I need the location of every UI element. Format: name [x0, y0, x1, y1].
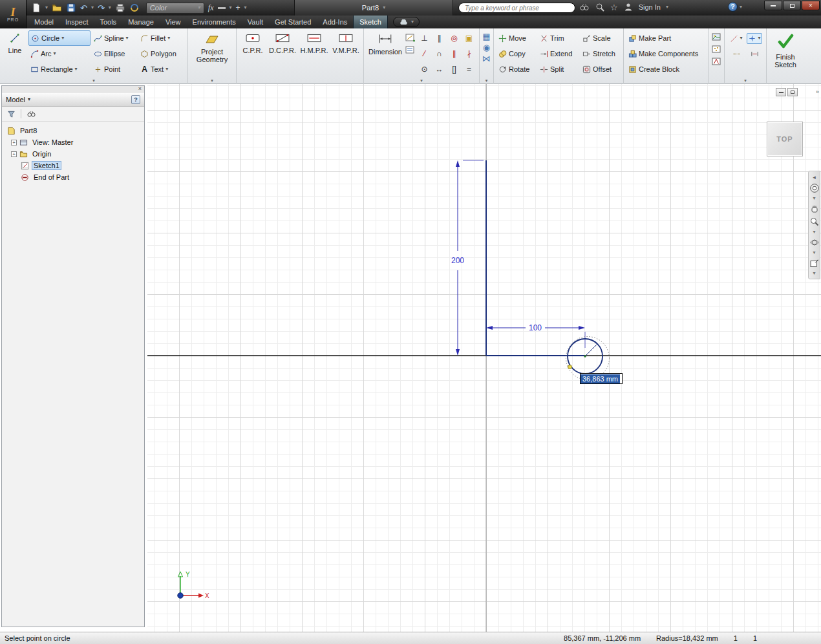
tab-model[interactable]: Model [28, 16, 59, 28]
line-tool[interactable]: Line [3, 30, 27, 54]
center-point-toggle[interactable]: ▾ [747, 33, 762, 44]
symmetric-constraint-icon[interactable]: [] [452, 65, 456, 74]
dropdown-icon[interactable]: ▾ [383, 5, 385, 10]
circle-center-point[interactable] [584, 355, 586, 358]
browser-help-icon[interactable]: ? [131, 95, 140, 104]
dropdown-icon[interactable]: ▾ [244, 5, 247, 10]
polygon-tool[interactable]: Polygon [138, 46, 185, 61]
project-geometry-button[interactable]: Project Geometry [191, 30, 233, 63]
tab-manage[interactable]: Manage [122, 16, 160, 28]
rectangle-tool[interactable]: Rectangle ▾ [28, 61, 91, 77]
help-search-box[interactable] [458, 3, 575, 13]
tab-add-ins[interactable]: Add-Ins [317, 16, 353, 28]
acad-import-icon[interactable] [711, 57, 721, 66]
parameters-fx-icon[interactable]: fx [208, 3, 214, 13]
offset-tool[interactable]: Offset [581, 61, 621, 77]
tab-get-started[interactable]: Get Started [269, 16, 317, 28]
graphics-window[interactable]: 200 100 TOP » ◂ ▾ ▾ ▾ ▾ 36, [147, 84, 821, 632]
scale-tool[interactable]: Scale [581, 30, 621, 46]
tab-environments[interactable]: Environments [187, 16, 242, 28]
dropdown-icon[interactable]: ▾ [165, 67, 168, 72]
dropdown-icon[interactable]: ▾ [54, 51, 56, 56]
radius-input-tooltip[interactable]: 36,863 mm [580, 373, 623, 384]
search-icon[interactable] [595, 2, 605, 12]
auto-dimension-icon[interactable] [405, 33, 416, 43]
rotate-tool[interactable]: Rotate [496, 61, 537, 77]
make-components-button[interactable]: Make Components [626, 46, 705, 61]
concentric-constraint-icon[interactable]: ◎ [451, 34, 457, 43]
dropdown-icon[interactable]: ▾ [109, 5, 111, 10]
move-tool[interactable]: Move [496, 30, 537, 46]
dcpr-button[interactable]: D.C.P.R. [268, 30, 297, 54]
window-overflow-icon[interactable]: » [816, 89, 819, 95]
close-button[interactable]: × [802, 1, 820, 10]
add-icon[interactable]: + [236, 4, 240, 12]
radius-value[interactable]: 36,863 mm [581, 374, 620, 383]
filter-icon[interactable] [7, 110, 16, 118]
orbit-icon[interactable] [809, 237, 820, 248]
dropdown-icon[interactable]: ▾ [75, 67, 78, 72]
dimension-200-label[interactable]: 200 [451, 256, 464, 265]
viewcube[interactable]: TOP [767, 122, 803, 156]
make-part-button[interactable]: Make Part [626, 30, 705, 46]
smooth-constraint-icon[interactable]: ↔ [436, 65, 443, 74]
dropdown-icon[interactable]: ▾ [167, 36, 170, 41]
centerline-toggle[interactable] [732, 50, 741, 58]
dimension-button[interactable]: Dimension [367, 30, 404, 56]
trim-tool[interactable]: Trim [538, 30, 579, 46]
create-block-button[interactable]: Create Block [626, 61, 705, 77]
expand-icon[interactable]: + [11, 151, 17, 157]
dropdown-icon[interactable]: ▾ [28, 97, 30, 102]
snap-point[interactable] [568, 365, 572, 369]
dropdown-icon[interactable]: ▾ [813, 230, 815, 235]
extend-tool[interactable]: Extend [538, 46, 579, 61]
measure-icon[interactable] [218, 7, 226, 9]
pan-hand-icon[interactable] [809, 204, 820, 214]
maximize-button[interactable] [783, 1, 801, 10]
import-points-icon[interactable] [711, 45, 721, 54]
open-folder-icon[interactable] [52, 3, 62, 13]
cpr-button[interactable]: C.P.R. [239, 30, 266, 54]
horizontal-constraint-icon[interactable]: ⊙ [421, 65, 427, 74]
tree-item-sketch1[interactable]: Sketch1 [2, 160, 144, 171]
tab-tools[interactable]: Tools [94, 16, 122, 28]
stretch-tool[interactable]: Stretch [581, 46, 621, 61]
dropdown-icon[interactable]: ▾ [813, 250, 815, 255]
dropdown-icon[interactable]: ▾ [126, 36, 129, 41]
zoom-icon[interactable] [809, 217, 820, 227]
mirror-icon[interactable]: ⋈ [482, 54, 491, 63]
favorites-star-icon[interactable]: ☆ [610, 3, 618, 12]
collapse-navbar-icon[interactable]: ◂ [813, 174, 816, 180]
circular-pattern-icon[interactable]: ◉ [483, 43, 490, 52]
look-at-icon[interactable] [809, 258, 820, 268]
browser-close-icon[interactable]: × [138, 86, 142, 92]
tab-sketch[interactable]: Sketch [353, 16, 388, 28]
spline-tool[interactable]: Spline ▾ [92, 30, 137, 46]
equal-constraint-icon[interactable]: = [467, 65, 471, 74]
parallel-constraint-icon[interactable]: ∥ [438, 34, 442, 43]
help-icon[interactable]: ? [728, 2, 738, 12]
point-tool[interactable]: Point [92, 61, 137, 77]
panel-expander-icon[interactable]: ▾ [92, 78, 95, 83]
panel-expander-icon[interactable]: ▾ [485, 78, 488, 83]
panel-expander-icon[interactable]: ▾ [420, 78, 423, 83]
dropdown-icon[interactable]: ▾ [666, 5, 668, 10]
search-topics-icon[interactable] [579, 2, 590, 12]
dropdown-icon[interactable]: ▾ [813, 271, 815, 276]
panel-expander-icon[interactable]: ▾ [211, 78, 213, 83]
insert-image-icon[interactable] [711, 32, 721, 41]
print-icon[interactable] [115, 3, 125, 13]
undo-icon[interactable]: ↶ [80, 4, 87, 12]
color-dropdown[interactable]: Color ▾ [146, 3, 204, 14]
tree-item-origin[interactable]: + Origin [2, 148, 144, 160]
coincident-constraint-icon[interactable]: ⁄ [423, 49, 425, 58]
dropdown-icon[interactable]: ▾ [740, 5, 742, 10]
sign-in-button[interactable]: Sign In [639, 3, 661, 11]
new-document-icon[interactable] [31, 3, 41, 13]
a360-menu[interactable]: ▾ [393, 17, 420, 27]
vertical-constraint-icon[interactable]: ∤ [467, 49, 471, 58]
tab-view[interactable]: View [160, 16, 187, 28]
dropdown-icon[interactable]: ▾ [61, 36, 64, 41]
fillet-tool[interactable]: Fillet ▾ [138, 30, 185, 46]
doc-minimize-button[interactable] [776, 88, 786, 96]
